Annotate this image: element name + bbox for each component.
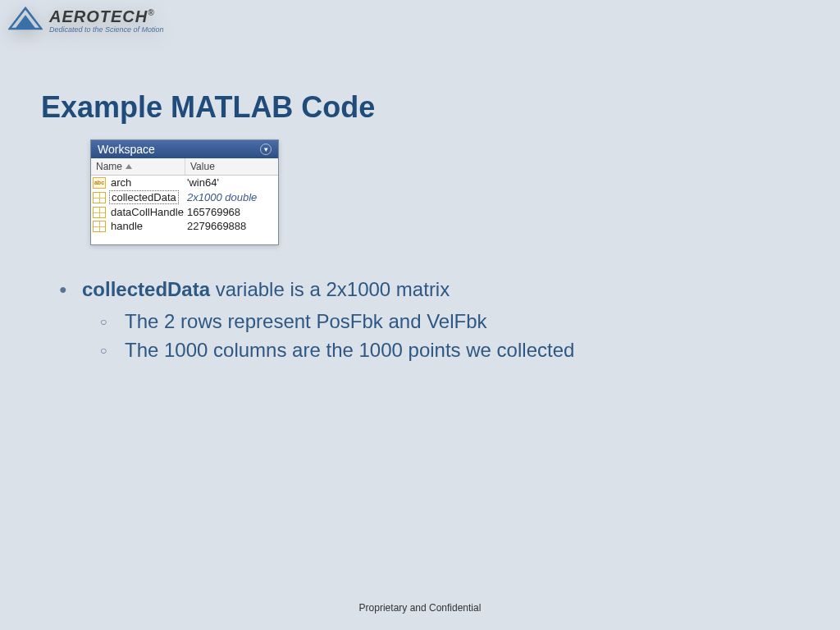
brand-tagline: Dedicated to the Science of Motion xyxy=(49,26,164,34)
workspace-row[interactable]: handle2279669888 xyxy=(91,219,278,233)
workspace-body: abcarch'win64'collectedData2x1000 double… xyxy=(91,176,278,244)
bullet-sub-2: The 1000 columns are the 1000 points we … xyxy=(100,336,574,365)
workspace-titlebar: Workspace ▾ xyxy=(91,140,278,158)
workspace-var-value: 165769968 xyxy=(187,206,276,218)
workspace-var-value: 'win64' xyxy=(187,176,276,189)
bullet-sub-1: The 2 rows represent PosFbk and VelFbk xyxy=(100,308,574,336)
matlab-workspace-panel: Workspace ▾ Name Value abcarch'win64'col… xyxy=(90,139,279,245)
workspace-var-value: 2279669888 xyxy=(187,220,276,232)
workspace-row[interactable]: dataCollHandle165769968 xyxy=(91,205,278,219)
header-value[interactable]: Value xyxy=(185,158,278,175)
bullet-main-rest: variable is a 2x1000 matrix xyxy=(210,278,450,300)
workspace-var-name: abcarch xyxy=(93,176,187,189)
slide-body: collectedData variable is a 2x1000 matri… xyxy=(59,276,574,364)
panel-collapse-icon[interactable]: ▾ xyxy=(260,144,272,155)
workspace-row[interactable]: abcarch'win64' xyxy=(91,176,278,189)
brand-name: AEROTECH® xyxy=(49,8,164,25)
bullet-main-bold: collectedData xyxy=(82,278,210,300)
bullet-main: collectedData variable is a 2x1000 matri… xyxy=(59,276,574,364)
slide-title: Example MATLAB Code xyxy=(41,90,375,125)
workspace-var-name: handle xyxy=(93,220,187,232)
sort-ascending-icon xyxy=(126,164,132,169)
matrix-var-icon xyxy=(93,192,106,203)
matrix-var-icon xyxy=(93,207,106,218)
matrix-var-icon xyxy=(93,221,106,232)
workspace-column-headers: Name Value xyxy=(91,158,278,176)
workspace-var-value: 2x1000 double xyxy=(187,191,276,203)
aerotech-logo: AEROTECH® Dedicated to the Science of Mo… xyxy=(8,7,164,34)
workspace-var-name: collectedData xyxy=(93,190,187,204)
string-var-icon: abc xyxy=(93,177,106,189)
workspace-var-name: dataCollHandle xyxy=(93,206,187,218)
workspace-title-text: Workspace xyxy=(98,143,155,156)
logo-mark-icon xyxy=(8,7,43,34)
footer-text: Proprietary and Confidential xyxy=(0,602,840,614)
workspace-row[interactable]: collectedData2x1000 double xyxy=(91,189,278,205)
header-name[interactable]: Name xyxy=(91,158,185,175)
